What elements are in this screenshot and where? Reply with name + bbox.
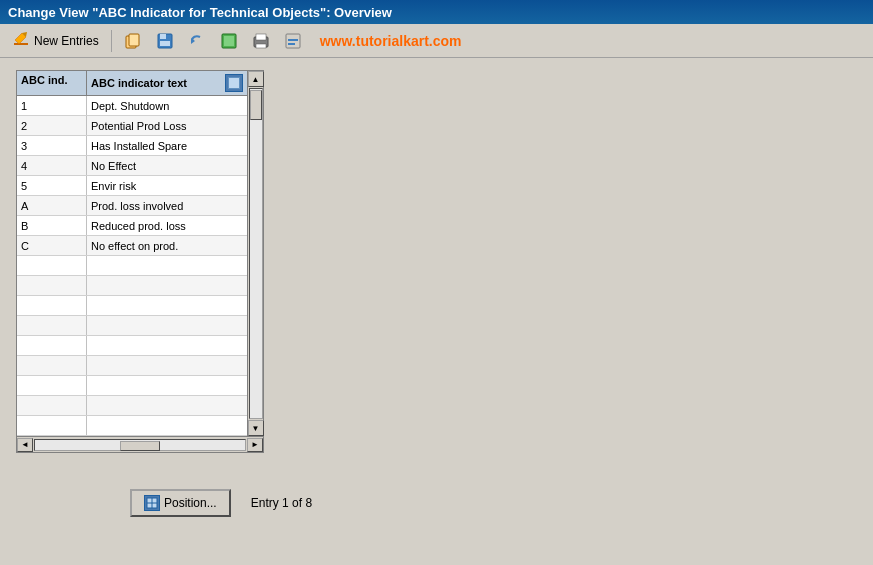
scroll-thumb[interactable]: [250, 90, 262, 120]
cell-abc-ind: [17, 396, 87, 415]
svg-rect-0: [14, 43, 28, 45]
cell-abc-ind: [17, 416, 87, 435]
print-button[interactable]: [248, 30, 274, 52]
vertical-scrollbar[interactable]: ▲ ▼: [247, 71, 263, 436]
cell-abc-ind: [17, 276, 87, 295]
scroll-down-button[interactable]: ▼: [248, 420, 264, 436]
cell-abc-ind: 2: [17, 116, 87, 135]
svg-rect-5: [160, 41, 170, 46]
title-text: Change View "ABC Indicator for Technical…: [8, 5, 392, 20]
scroll-left-button[interactable]: ◄: [17, 438, 33, 452]
table-row[interactable]: [17, 296, 247, 316]
cell-abc-text: Potential Prod Loss: [87, 116, 247, 135]
cell-abc-text: [87, 296, 247, 315]
svg-rect-4: [160, 34, 166, 39]
new-entries-label: New Entries: [34, 34, 99, 48]
bottom-bar: Position... Entry 1 of 8: [0, 489, 873, 517]
cell-abc-text: [87, 396, 247, 415]
table-with-scrollbar: ABC ind. ABC indicator text 1Dept. Shutd…: [17, 71, 263, 436]
scroll-right-button[interactable]: ►: [247, 438, 263, 452]
cell-abc-text: Reduced prod. loss: [87, 216, 247, 235]
cell-abc-ind: [17, 256, 87, 275]
cell-abc-text: [87, 336, 247, 355]
table-row[interactable]: [17, 396, 247, 416]
position-icon: [144, 495, 160, 511]
cell-abc-text: [87, 416, 247, 435]
horizontal-scrollbar[interactable]: ◄ ►: [17, 438, 263, 452]
cell-abc-text: [87, 376, 247, 395]
select-button[interactable]: [280, 30, 306, 52]
cell-abc-ind: 5: [17, 176, 87, 195]
cell-abc-ind: 3: [17, 136, 87, 155]
svg-rect-10: [256, 34, 266, 40]
hscroll-track[interactable]: [34, 439, 246, 451]
cell-abc-text: [87, 276, 247, 295]
scroll-track[interactable]: [249, 88, 263, 419]
hscroll-thumb[interactable]: [120, 441, 160, 451]
table-row[interactable]: [17, 316, 247, 336]
table-row[interactable]: 1Dept. Shutdown: [17, 96, 247, 116]
table-row[interactable]: [17, 276, 247, 296]
table-row[interactable]: [17, 376, 247, 396]
cell-abc-text: No effect on prod.: [87, 236, 247, 255]
refresh-button[interactable]: [216, 30, 242, 52]
table-row[interactable]: BReduced prod. loss: [17, 216, 247, 236]
cell-abc-ind: [17, 356, 87, 375]
content-area: ABC ind. ABC indicator text 1Dept. Shutd…: [0, 58, 873, 465]
table-row[interactable]: 3Has Installed Spare: [17, 136, 247, 156]
separator-1: [111, 30, 112, 52]
cell-abc-ind: [17, 296, 87, 315]
cell-abc-ind: 1: [17, 96, 87, 115]
cell-abc-text: [87, 316, 247, 335]
main-table: ABC ind. ABC indicator text 1Dept. Shutd…: [17, 71, 247, 436]
table-row[interactable]: [17, 256, 247, 276]
svg-rect-8: [224, 36, 234, 46]
cell-abc-text: [87, 256, 247, 275]
cell-abc-text: [87, 356, 247, 375]
cell-abc-text: Prod. loss involved: [87, 196, 247, 215]
cell-abc-text: Envir risk: [87, 176, 247, 195]
column-settings-icon[interactable]: [225, 74, 243, 92]
table-row[interactable]: [17, 416, 247, 436]
title-bar: Change View "ABC Indicator for Technical…: [0, 0, 873, 24]
cell-abc-text: Dept. Shutdown: [87, 96, 247, 115]
table-row[interactable]: CNo effect on prod.: [17, 236, 247, 256]
position-label: Position...: [164, 496, 217, 510]
col-header-abc-ind: ABC ind.: [17, 71, 87, 95]
cell-abc-ind: C: [17, 236, 87, 255]
cell-abc-text: No Effect: [87, 156, 247, 175]
table-body: 1Dept. Shutdown2Potential Prod Loss3Has …: [17, 96, 247, 436]
horizontal-scrollbar-container: ◄ ►: [17, 436, 263, 452]
svg-rect-11: [256, 44, 266, 48]
data-table: ABC ind. ABC indicator text 1Dept. Shutd…: [16, 70, 264, 453]
position-button[interactable]: Position...: [130, 489, 231, 517]
pen-icon: [12, 30, 30, 51]
svg-rect-14: [288, 43, 295, 45]
toolbar: New Entries: [0, 24, 873, 58]
cell-abc-ind: A: [17, 196, 87, 215]
watermark: www.tutorialkart.com: [320, 33, 462, 49]
table-row[interactable]: 4No Effect: [17, 156, 247, 176]
table-row[interactable]: AProd. loss involved: [17, 196, 247, 216]
table-header: ABC ind. ABC indicator text: [17, 71, 247, 96]
cell-abc-ind: [17, 376, 87, 395]
new-entries-button[interactable]: New Entries: [8, 28, 103, 53]
cell-abc-ind: B: [17, 216, 87, 235]
scroll-up-button[interactable]: ▲: [248, 71, 264, 87]
table-row[interactable]: [17, 336, 247, 356]
cell-abc-ind: [17, 316, 87, 335]
svg-rect-13: [288, 39, 298, 41]
table-row[interactable]: 5Envir risk: [17, 176, 247, 196]
table-row[interactable]: [17, 356, 247, 376]
cell-abc-ind: 4: [17, 156, 87, 175]
table-row[interactable]: 2Potential Prod Loss: [17, 116, 247, 136]
svg-rect-2: [129, 34, 139, 46]
cell-abc-ind: [17, 336, 87, 355]
copy-button[interactable]: [120, 30, 146, 52]
col-header-abc-text: ABC indicator text: [87, 71, 247, 95]
cell-abc-text: Has Installed Spare: [87, 136, 247, 155]
save-button[interactable]: [152, 30, 178, 52]
undo-button[interactable]: [184, 30, 210, 52]
entry-info: Entry 1 of 8: [251, 496, 312, 510]
